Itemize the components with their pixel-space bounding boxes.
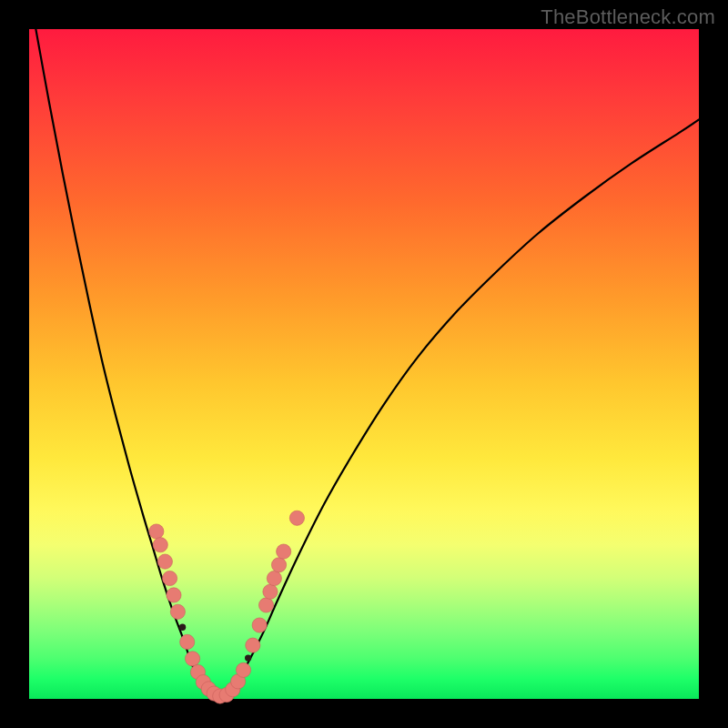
data-marker [149,524,164,539]
data-marker [170,604,185,619]
data-marker [185,652,199,666]
data-marker [258,598,273,612]
data-marker-small [245,654,251,661]
data-marker [277,544,291,559]
data-marker [267,571,281,585]
data-marker [180,634,195,649]
data-marker [236,662,250,677]
chart-frame: TheBottleneck.com [0,0,728,728]
plot-area [29,29,699,699]
watermark-text: TheBottleneck.com [541,5,715,29]
data-marker [167,588,181,602]
data-marker [263,584,278,599]
data-marker [246,638,260,652]
data-marker [153,538,167,552]
data-marker [162,571,177,585]
curve-left-branch [35,29,209,695]
chart-svg [29,29,699,699]
data-marker [271,558,286,572]
data-marker [157,554,172,569]
data-marker-small [179,624,186,631]
curve-right-branch [223,119,699,695]
data-marker [252,618,267,632]
data-marker [289,511,304,525]
